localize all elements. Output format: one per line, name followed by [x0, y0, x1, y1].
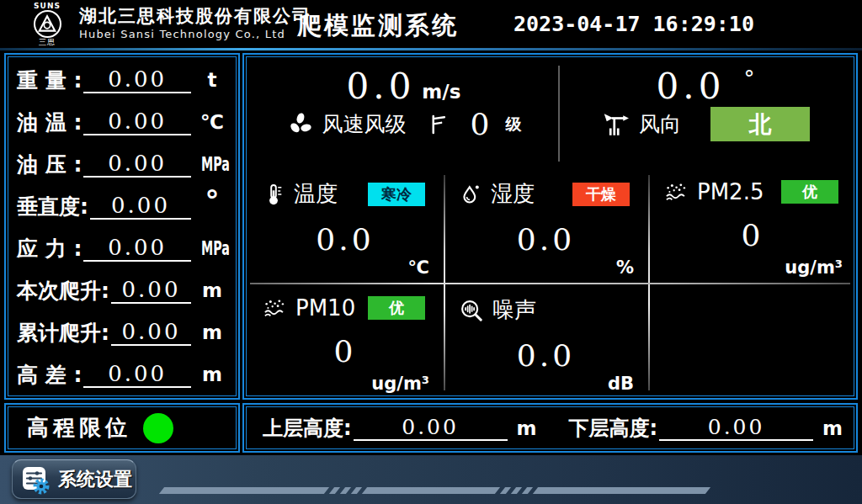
weight-row: 重 量 : 0.00 t: [6, 59, 238, 101]
sansi-logo-icon: [34, 10, 61, 38]
elevation-limit-label: 高程限位: [27, 413, 131, 443]
verticality-row: 垂直度: 0.00 °: [6, 185, 238, 227]
temperature-unit: ℃: [408, 257, 429, 278]
particles-icon: [262, 296, 287, 320]
weight-value: 0.00: [83, 66, 191, 93]
stress-unit: MPa: [201, 237, 223, 259]
height-diff-unit: m: [194, 363, 230, 385]
green-circle-light: [143, 413, 173, 443]
humidity-value: 0.0: [445, 222, 646, 257]
temperature-status-badge: 寒冷: [368, 183, 425, 206]
wind-speed-value-line: 0.0m/s: [248, 66, 559, 107]
droplet-icon: [459, 183, 482, 206]
lower-height-group: 下层高度: 0.00 m: [551, 415, 857, 442]
system-settings-button[interactable]: 系统设置: [12, 459, 136, 499]
header-divider: [0, 48, 862, 50]
oil-temp-unit: ℃: [194, 111, 230, 133]
upper-height-group: 上层高度: 0.00 m: [244, 415, 551, 442]
pm25-status-badge: 优: [781, 180, 838, 204]
wind-speed-section: 0.0m/s 风速风级 0 级: [248, 59, 559, 165]
logo-bottom-text: 三思: [20, 38, 74, 46]
stress-label: 应 力 :: [17, 235, 82, 263]
stripe-bar: [159, 487, 329, 494]
upper-height-value: 0.00: [354, 415, 508, 441]
oil-pressure-label: 油 压 :: [17, 151, 82, 178]
wind-direction-value-line: 0.0°: [559, 66, 852, 107]
pm10-value: 0: [248, 334, 442, 369]
pm25-unit: ug/m³: [785, 257, 843, 278]
verticality-unit: °: [194, 183, 230, 217]
wind-speed-label: 风速风级: [322, 110, 407, 138]
pm25-label: PM2.5: [697, 179, 764, 204]
wind-flag-icon: [426, 112, 451, 137]
stripe-bar: [533, 487, 710, 494]
height-diff-label: 高 差 :: [17, 361, 82, 389]
footer-decor-stripes: [162, 487, 708, 494]
weight-label: 重 量 :: [17, 66, 82, 94]
noise-value: 0.0: [445, 338, 646, 373]
temperature-label: 温度: [294, 179, 338, 209]
pm25-value: 0: [650, 218, 855, 252]
stripe-dash: [511, 487, 522, 494]
stripe-dash: [329, 487, 340, 494]
pm10-header: PM10 优: [248, 285, 442, 321]
stripe-dash: [522, 487, 533, 494]
lower-height-unit: m: [822, 417, 843, 439]
humidity-unit: %: [616, 257, 634, 278]
wind-direction-label: 风向: [639, 110, 681, 138]
current-climb-row: 本次爬升: 0.00 m: [6, 269, 238, 311]
company-logo: SUNS 三思: [20, 2, 74, 46]
total-climb-value: 0.00: [111, 319, 191, 346]
elevation-limit-panel: 高程限位: [4, 403, 240, 453]
settings-sliders-gear-icon: [20, 464, 51, 495]
datetime-display: 2023-04-17 16:29:10: [513, 12, 754, 36]
pm10-cell: PM10 优 0 ug/m³: [248, 285, 442, 397]
company-name-en: Hubei Sansi Technology Co., Ltd: [79, 27, 311, 42]
total-climb-label: 累计爬升:: [17, 319, 109, 347]
stripe-dash: [340, 487, 351, 494]
lower-height-label: 下层高度:: [569, 415, 658, 442]
grid-horizontal-divider: [250, 283, 850, 284]
wind-level-unit: 级: [505, 114, 521, 135]
footer-bar: 系统设置: [0, 455, 862, 504]
oil-temp-row: 油 温 : 0.00 ℃: [6, 101, 238, 143]
noise-label: 噪声: [492, 295, 536, 325]
verticality-label: 垂直度:: [17, 193, 88, 220]
company-name: 湖北三思科技股份有限公司 Hubei Sansi Technology Co.,…: [79, 5, 311, 42]
oil-pressure-row: 油 压 : 0.00 MPa: [6, 143, 238, 185]
wind-direction-unit: °: [743, 66, 754, 92]
wind-direction-section: 0.0° 风向 北: [559, 59, 852, 165]
thermometer-icon: [262, 183, 285, 206]
weight-unit: t: [194, 69, 230, 91]
current-climb-label: 本次爬升:: [17, 277, 109, 305]
wind-direction-value: 0.0: [657, 66, 726, 107]
logo-triangle-icon: [36, 13, 58, 35]
wind-vane-icon: [601, 109, 631, 140]
wind-level-value: 0: [471, 107, 490, 141]
humidity-status-badge: 干燥: [572, 183, 630, 206]
layer-heights-panel: 上层高度: 0.00 m 下层高度: 0.00 m: [242, 403, 858, 453]
lower-height-value: 0.00: [659, 415, 813, 441]
oil-pressure-value: 0.00: [83, 151, 191, 178]
settings-button-label: 系统设置: [58, 467, 132, 492]
humidity-cell: 湿度 干燥 0.0 %: [445, 169, 646, 281]
humidity-header: 湿度 干燥: [445, 169, 646, 209]
pm10-status-badge: 优: [368, 296, 425, 320]
noise-cell: 噪声 0.0 dB: [445, 285, 646, 397]
oil-pressure-unit: MPa: [201, 153, 223, 175]
wind-speed-sub-line: 风速风级 0 级: [248, 107, 559, 141]
stripe-bar: [362, 487, 500, 494]
current-climb-unit: m: [194, 279, 230, 301]
particles-icon: [663, 180, 689, 204]
noise-unit: dB: [608, 374, 634, 394]
humidity-label: 湿度: [491, 179, 535, 209]
noise-icon: [459, 298, 484, 323]
company-name-cn: 湖北三思科技股份有限公司: [79, 5, 311, 27]
page-title: 爬模监测系统: [297, 9, 459, 43]
header: SUNS 三思 湖北三思科技股份有限公司 Hubei Sansi Technol…: [0, 0, 862, 48]
wind-direction-button[interactable]: 北: [710, 107, 810, 141]
total-climb-row: 累计爬升: 0.00 m: [6, 311, 238, 353]
stress-row: 应 力 : 0.00 MPa: [6, 227, 238, 269]
stripe-dash: [500, 487, 511, 494]
pm10-unit: ug/m³: [371, 374, 429, 394]
